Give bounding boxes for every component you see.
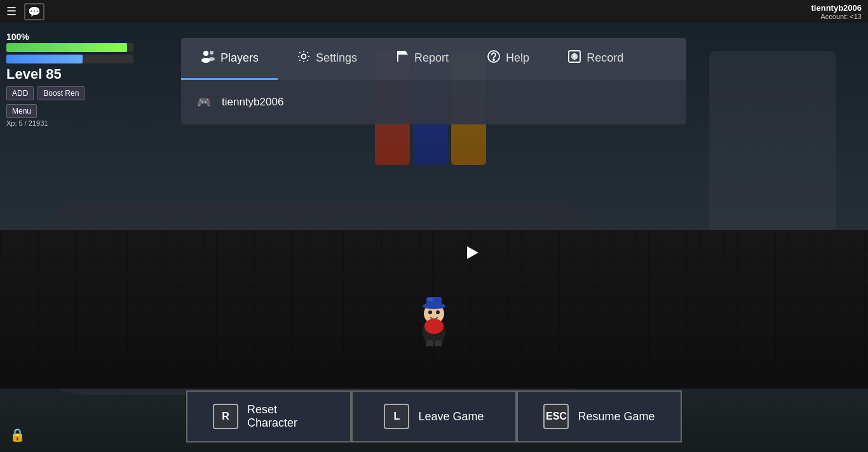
tab-help-label: Help <box>506 51 529 65</box>
player-name: tienntyb2006 <box>222 96 283 109</box>
svg-point-10 <box>424 346 435 350</box>
hud-mana-fill <box>6 55 83 63</box>
svg-point-14 <box>210 51 214 55</box>
settings-tab-icon <box>297 50 311 67</box>
hud-xp: Xp: 5 / 21931 <box>6 119 133 127</box>
hud-buttons-row2: Menu <box>6 104 133 118</box>
hud-health-bar <box>6 43 133 52</box>
hud-health-fill <box>6 43 127 52</box>
topbar-user-info: tienntyb2006 Account: <13 <box>811 3 862 20</box>
reset-key-badge: R <box>213 404 238 429</box>
tab-content: 🎮 tienntyb2006 <box>181 80 686 124</box>
leave-game-label: Leave Game <box>418 410 484 423</box>
account-label: Account: <13 <box>811 13 862 20</box>
tab-report-label: Report <box>414 51 449 65</box>
hud-health-percent: 100% <box>6 32 133 42</box>
player-avatar: 🎮 <box>194 92 214 112</box>
leave-game-button[interactable]: L Leave Game <box>351 390 517 442</box>
svg-point-6 <box>436 310 440 314</box>
resume-game-label: Resume Game <box>578 410 654 423</box>
svg-rect-4 <box>428 298 433 301</box>
game-character <box>409 287 459 350</box>
menu-button[interactable]: Menu <box>6 104 37 118</box>
record-tab-icon <box>567 50 581 67</box>
tab-bar: Players Settings Report <box>181 38 686 80</box>
hud-mana-bar <box>6 55 133 63</box>
svg-point-19 <box>493 59 494 60</box>
help-tab-icon <box>487 50 501 67</box>
resume-game-button[interactable]: ESC Resume Game <box>517 390 682 442</box>
lock-icon[interactable]: 🔒 <box>10 427 25 442</box>
reset-character-label: Reset Character <box>247 403 325 430</box>
leave-key-badge: L <box>384 404 409 429</box>
svg-point-12 <box>203 51 208 56</box>
menu-panel: Players Settings Report <box>181 38 686 124</box>
topbar: ☰ 💬 tienntyb2006 Account: <13 <box>0 0 868 23</box>
svg-point-16 <box>302 55 306 59</box>
hud-buttons: ADD Boost Ren <box>6 86 133 100</box>
hud-left: 100% Level 85 ADD Boost Ren Menu Xp: 5 /… <box>6 32 133 127</box>
tab-players-label: Players <box>220 51 259 65</box>
tab-record-label: Record <box>587 51 623 65</box>
username-display: tienntyb2006 <box>811 3 862 13</box>
tab-report[interactable]: Report <box>376 38 468 80</box>
resume-key-badge: ESC <box>543 404 569 429</box>
svg-point-15 <box>208 57 215 61</box>
svg-point-11 <box>433 346 444 350</box>
svg-rect-17 <box>397 51 398 62</box>
tab-help[interactable]: Help <box>468 38 548 80</box>
svg-point-22 <box>574 56 576 58</box>
report-tab-icon <box>395 50 409 67</box>
reset-character-button[interactable]: R Reset Character <box>186 390 351 442</box>
boost-button[interactable]: Boost Ren <box>37 86 85 100</box>
svg-point-5 <box>428 310 432 314</box>
hamburger-icon[interactable]: ☰ <box>6 4 17 18</box>
topbar-left: ☰ 💬 <box>6 3 44 20</box>
cursor <box>467 246 478 259</box>
player-row[interactable]: 🎮 tienntyb2006 <box>181 83 686 121</box>
chat-icon[interactable]: 💬 <box>24 3 44 20</box>
bottom-buttons: R Reset Character L Leave Game ESC Resum… <box>186 390 682 442</box>
svg-point-7 <box>424 319 444 334</box>
players-tab-icon <box>200 50 215 67</box>
tab-players[interactable]: Players <box>181 38 278 80</box>
players-list: 🎮 tienntyb2006 <box>181 80 686 124</box>
level-display: Level 85 <box>6 66 133 83</box>
tab-record[interactable]: Record <box>548 38 642 80</box>
tab-settings[interactable]: Settings <box>278 38 376 80</box>
add-button[interactable]: ADD <box>6 86 34 100</box>
tab-settings-label: Settings <box>316 51 357 65</box>
